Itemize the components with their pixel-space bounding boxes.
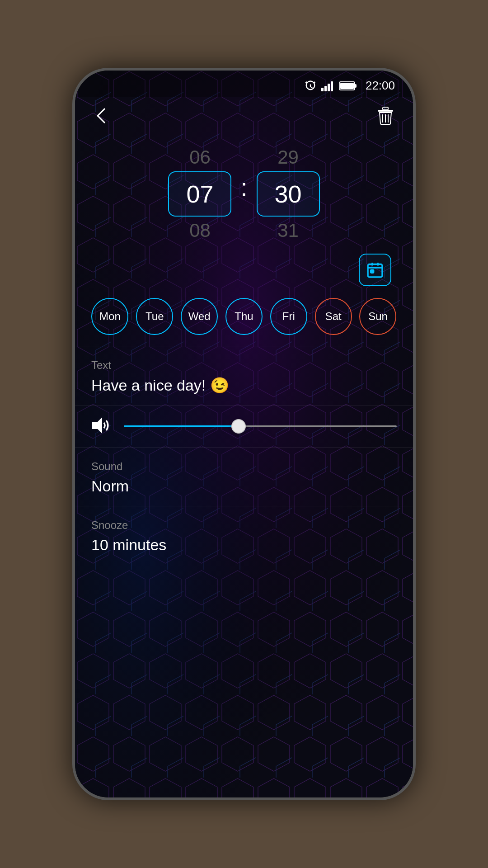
text-label: Text (91, 359, 397, 372)
sound-value[interactable]: Norm (91, 477, 397, 495)
day-monday[interactable]: Mon (91, 298, 128, 335)
day-mon-label: Mon (99, 310, 121, 323)
text-section[interactable]: Text Have a nice day! 😉 (75, 346, 413, 405)
svg-rect-22 (371, 270, 374, 273)
svg-rect-7 (324, 86, 327, 91)
calendar-icon (366, 261, 384, 278)
day-thu-label: Thu (235, 310, 253, 323)
time-picker: 06 07 08 : 29 30 31 (75, 134, 413, 249)
svg-rect-12 (355, 84, 357, 88)
battery-icon (339, 81, 357, 91)
back-icon (97, 108, 112, 123)
delete-button[interactable] (374, 104, 397, 127)
svg-rect-9 (331, 81, 333, 91)
day-tue-label: Tue (145, 310, 164, 323)
phone-screen: 22:00 06 07 (75, 71, 413, 797)
svg-rect-8 (328, 84, 330, 91)
svg-rect-14 (383, 107, 388, 110)
day-thursday[interactable]: Thu (225, 298, 263, 335)
phone-frame: 22:00 06 07 (72, 68, 416, 800)
volume-thumb[interactable] (231, 419, 246, 434)
snooze-label: Snooze (91, 519, 397, 532)
day-sat-label: Sat (325, 310, 342, 323)
day-wednesday[interactable]: Wed (181, 298, 218, 335)
minute-column[interactable]: 29 30 31 (257, 148, 320, 240)
minute-next: 31 (277, 221, 299, 240)
top-nav (75, 97, 413, 134)
snooze-value[interactable]: 10 minutes (91, 536, 397, 554)
day-fri-label: Fri (282, 310, 295, 323)
text-value[interactable]: Have a nice day! 😉 (91, 376, 397, 394)
day-tuesday[interactable]: Tue (136, 298, 173, 335)
snooze-section[interactable]: Snooze 10 minutes (75, 506, 413, 565)
volume-section (75, 405, 413, 448)
back-button[interactable] (91, 104, 114, 127)
hour-column[interactable]: 06 07 08 (168, 148, 231, 240)
volume-icon (91, 416, 113, 436)
calendar-button[interactable] (359, 254, 391, 286)
svg-marker-23 (92, 417, 102, 434)
calendar-row (75, 249, 413, 291)
speaker-icon (91, 416, 113, 434)
day-sun-label: Sun (368, 310, 388, 323)
day-selector: Mon Tue Wed Thu Fri Sat Sun (75, 291, 413, 346)
day-sunday[interactable]: Sun (359, 298, 396, 335)
status-time: 22:00 (366, 79, 395, 93)
svg-rect-11 (340, 83, 354, 89)
alarm-status-icon (304, 80, 317, 92)
day-saturday[interactable]: Sat (315, 298, 352, 335)
status-icons: 22:00 (304, 79, 395, 93)
day-friday[interactable]: Fri (270, 298, 307, 335)
status-bar: 22:00 (75, 71, 413, 97)
signal-icon (321, 80, 335, 91)
day-wed-label: Wed (188, 310, 211, 323)
sound-section[interactable]: Sound Norm (75, 448, 413, 506)
hour-current[interactable]: 07 (168, 171, 231, 217)
sound-label: Sound (91, 460, 397, 473)
hour-prev: 06 (189, 148, 211, 167)
minute-prev: 29 (277, 148, 299, 167)
volume-slider[interactable] (124, 425, 397, 427)
hour-next: 08 (189, 221, 211, 240)
volume-fill (124, 425, 239, 427)
svg-rect-6 (321, 88, 324, 91)
time-separator: : (240, 175, 247, 199)
trash-icon (377, 106, 394, 125)
minute-current[interactable]: 30 (257, 171, 320, 217)
